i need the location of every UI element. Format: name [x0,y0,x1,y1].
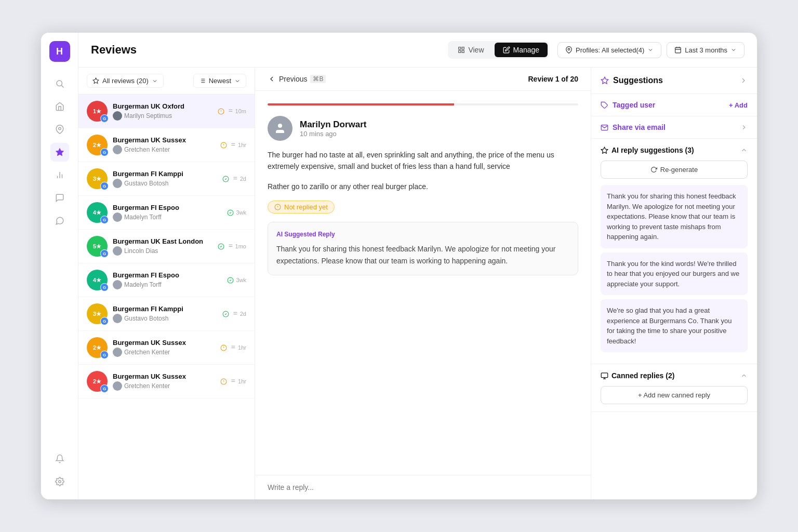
sidebar-item-home[interactable] [50,97,69,116]
tagged-user-item[interactable]: Tagged user + Add [591,94,757,116]
ai-reply-text: Thank you for sharing this honest feedba… [276,243,569,267]
panel-title: Suggestions [601,76,663,85]
review-item[interactable]: 2★ G Burgerman UK Sussex Gretchen Kenter [78,365,255,398]
sort-button[interactable]: Newest [193,74,246,88]
svg-point-7 [58,481,61,483]
reply-input[interactable] [268,483,578,491]
review-meta: 1hr [220,378,246,385]
review-item[interactable]: 4★ G Burgerman FI Espoo Madelyn Torff [78,196,255,230]
not-replied-badge: Not replied yet [268,201,335,214]
review-avatar: 5★ G [87,236,108,257]
tab-view[interactable]: View [449,43,492,57]
svg-marker-17 [93,78,99,83]
sidebar-item-chart[interactable] [50,166,69,184]
share-email-section: Share via email [591,116,757,139]
ai-suggestion-card-2[interactable]: Thank you for the kind words! We're thri… [601,252,748,296]
review-avatar: 3★ G [87,168,108,189]
review-meta: 2d [222,176,246,182]
sidebar-bottom [50,449,69,491]
date-range-button[interactable]: Last 3 months [667,42,744,58]
tab-manage[interactable]: Manage [495,43,548,57]
review-item[interactable]: 3★ G Burgerman FI Kamppi Gustavo Botosh [78,297,255,331]
ai-suggestions-section: AI reply suggestions (3) Re-generate Tha… [591,139,757,364]
review-avatar: 4★ G [87,202,108,223]
ai-section-header[interactable]: AI reply suggestions (3) [601,146,748,154]
review-meta: 10m [218,108,246,115]
review-avatar: 2★ G [87,337,108,358]
sidebar-item-star[interactable] [50,143,69,162]
ai-suggestion-card-1[interactable]: Thank you for sharing this honest feedba… [601,185,748,248]
review-count: Review 1 of 20 [528,75,579,83]
sidebar-item-settings[interactable] [50,472,69,491]
panel-header: Suggestions [591,68,757,94]
reviews-list-header: All reviews (20) Newest [78,68,255,95]
svg-rect-9 [462,47,464,49]
review-avatar: 3★ G [87,303,108,324]
svg-marker-59 [601,77,608,84]
previous-button[interactable]: Previous ⌘B [268,75,326,83]
canned-header[interactable]: Canned replies (2) [601,371,748,380]
add-canned-reply-button[interactable]: + Add new canned reply [601,386,748,404]
regenerate-button[interactable]: Re-generate [601,161,748,179]
reviewer-details: Marilyn Dorwart 10 mins ago [300,119,366,138]
google-badge: G [100,148,109,156]
review-detail: Previous ⌘B Review 1 of 20 Marilyn Dorwa… [255,68,591,499]
review-info: Burgerman UK East London Lincoln Dias [113,237,212,256]
reviewer-avatar [268,116,292,141]
header: Reviews View Manage Profiles: All select… [78,33,757,68]
google-badge: G [100,216,109,224]
review-avatar: 1★ G [87,101,108,122]
review-info: Burgerman FI Espoo Madelyn Torff [113,204,222,222]
google-badge: G [100,317,109,325]
svg-point-12 [568,48,570,50]
share-email-chevron-icon [740,124,748,131]
review-info: Burgerman FI Kamppi Gustavo Botosh [113,305,217,323]
detail-content: Marilyn Dorwart 10 mins ago The burger h… [255,91,591,475]
review-info: Burgerman UK Sussex Gretchen Kenter [113,339,215,357]
svg-rect-13 [675,47,681,53]
ai-reply-label: AI Suggested Reply [276,231,569,238]
review-meta: 1hr [220,142,246,149]
review-extra-text: Rather go to zarillo or any other real b… [268,181,578,192]
google-badge: G [100,182,109,190]
canned-replies-section: Canned replies (2) + Add new canned repl… [591,364,757,412]
google-badge: G [100,351,109,359]
sidebar-item-search[interactable] [50,74,69,93]
google-badge: G [100,384,109,393]
ai-section-chevron-icon [740,147,748,154]
review-item[interactable]: 2★ G Burgerman UK Sussex Gretchen Kenter [78,128,255,162]
reviewer-header: Marilyn Dorwart 10 mins ago [268,116,578,141]
review-item[interactable]: 2★ G Burgerman UK Sussex Gretchen Kenter [78,331,255,365]
all-reviews-filter[interactable]: All reviews (20) [87,74,164,88]
sidebar-item-location[interactable] [50,120,69,139]
svg-rect-10 [462,50,464,52]
share-email-item[interactable]: Share via email [591,116,757,138]
reviews-items: 1★ G Burgerman UK Oxford Marilyn Septimu… [78,95,255,499]
review-meta: 3wk [227,277,246,284]
review-item[interactable]: 1★ G Burgerman UK Oxford Marilyn Septimu… [78,95,255,128]
review-info: Burgerman UK Sussex Gretchen Kenter [113,136,215,154]
sidebar-item-message[interactable] [50,189,69,207]
svg-rect-62 [601,373,608,377]
app-logo: H [49,41,70,62]
panel-expand-icon[interactable] [739,76,748,85]
reply-input-area [255,475,591,499]
tagged-user-section: Tagged user + Add [591,94,757,116]
review-item[interactable]: 4★ G Burgerman FI Espoo Madelyn Torff [78,263,255,297]
review-avatar: 2★ G [87,135,108,155]
svg-point-0 [57,81,62,86]
google-badge: G [100,249,109,258]
right-panel: Suggestions Tagged user + Add [591,68,757,499]
detail-nav: Previous ⌘B Review 1 of 20 [255,68,591,91]
sidebar-item-bell[interactable] [50,449,69,468]
ai-reply-box: AI Suggested Reply Thank you for sharing… [268,222,578,275]
review-item[interactable]: 5★ G Burgerman UK East London Lincoln Di… [78,230,255,263]
svg-line-1 [61,85,63,87]
review-item[interactable]: 3★ G Burgerman FI Kamppi Gustavo Botosh [78,162,255,196]
profiles-button[interactable]: Profiles: All selected(4) [557,42,661,58]
svg-marker-61 [601,147,608,153]
sidebar: H [41,33,78,499]
review-avatar: 4★ G [87,270,108,290]
ai-suggestion-card-3[interactable]: We're so glad that you had a great exper… [601,299,748,352]
sidebar-item-speech[interactable] [50,211,69,230]
